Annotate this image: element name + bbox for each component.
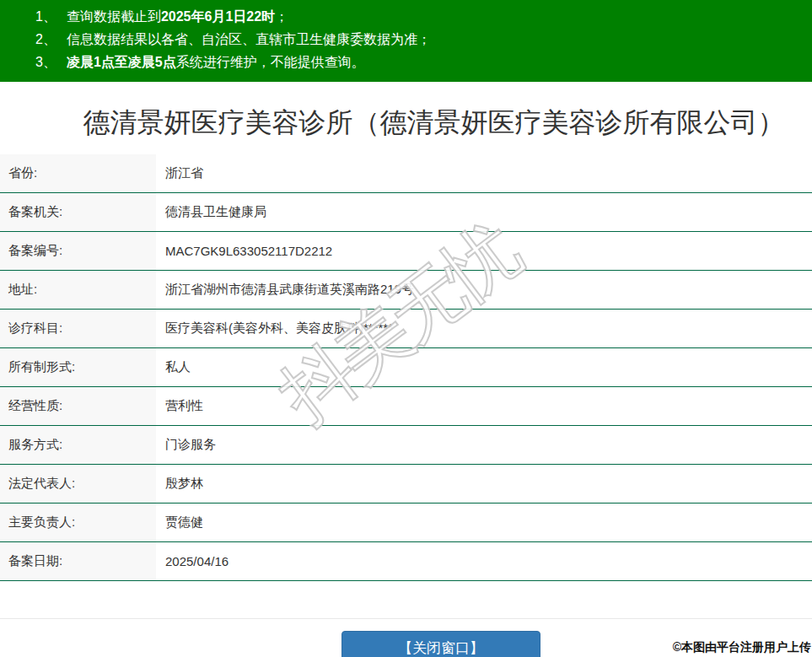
notice-text: 系统进行维护，不能提供查询。: [176, 55, 365, 69]
row-label: 主要负责人:: [0, 504, 156, 541]
row-value: 殷梦林: [156, 465, 812, 503]
notice-number: 3、: [35, 51, 56, 73]
notice-text: 信息数据结果以各省、自治区、直辖市卫生健康委数据为准；: [67, 32, 431, 46]
row-value: 医疗美容科(美容外科、美容皮肤科)******: [156, 310, 812, 347]
table-row-departments: 诊疗科目: 医疗美容科(美容外科、美容皮肤科)******: [0, 310, 812, 348]
divider: [0, 618, 812, 619]
table-row-filing-authority: 备案机关: 德清县卫生健康局: [0, 193, 812, 232]
table-row-ownership: 所有制形式: 私人: [0, 348, 812, 387]
row-value: MAC7GK9L633052117D2212: [156, 232, 812, 270]
row-label: 备案日期:: [0, 542, 156, 580]
row-value: 私人: [156, 348, 812, 386]
notice-banner: 1、查询数据截止到2025年6月1日22时； 2、信息数据结果以各省、自治区、直…: [0, 0, 812, 82]
notice-text-bold: 2025年6月1日22时: [161, 9, 275, 24]
info-table: 省份: 浙江省 备案机关: 德清县卫生健康局 备案编号: MAC7GK9L633…: [0, 154, 812, 581]
row-label: 所有制形式:: [0, 348, 156, 386]
notice-line-3: 3、凌晨1点至凌晨5点系统进行维护，不能提供查询。: [35, 51, 804, 73]
row-label: 服务方式:: [0, 426, 156, 464]
notice-number: 1、: [35, 5, 56, 28]
row-label: 诊疗科目:: [0, 310, 156, 347]
row-label: 备案编号:: [0, 232, 156, 270]
table-row-province: 省份: 浙江省: [0, 154, 812, 193]
table-row-legal-representative: 法定代表人: 殷梦林: [0, 465, 812, 504]
table-row-filing-date: 备案日期: 2025/04/16: [0, 542, 812, 581]
page-title: 德清景妍医疗美容诊所（德清景妍医疗美容诊所有限公司）: [0, 107, 812, 137]
table-row-business-nature: 经营性质: 营利性: [0, 387, 812, 426]
row-value: 2025/04/16: [156, 542, 812, 580]
row-label: 地址:: [0, 271, 156, 309]
table-row-person-in-charge: 主要负责人: 贾德健: [0, 504, 812, 542]
notice-line-2: 2、信息数据结果以各省、自治区、直辖市卫生健康委数据为准；: [35, 28, 804, 51]
notice-text: ；: [275, 9, 288, 24]
row-label: 经营性质:: [0, 387, 156, 425]
row-value: 营利性: [156, 387, 812, 425]
row-label: 省份:: [0, 154, 156, 192]
footer-watermark: ©本图由平台注册用户上传: [673, 640, 811, 655]
close-window-button[interactable]: 【关闭窗口】: [341, 631, 540, 657]
notice-text-bold: 凌晨1点至凌晨5点: [67, 55, 176, 69]
notice-text: 查询数据截止到: [67, 9, 161, 24]
row-label: 备案机关:: [0, 193, 156, 231]
table-row-address: 地址: 浙江省湖州市德清县武康街道英溪南路219号: [0, 271, 812, 310]
notice-number: 2、: [35, 28, 56, 51]
table-row-service-mode: 服务方式: 门诊服务: [0, 426, 812, 465]
notice-line-1: 1、查询数据截止到2025年6月1日22时；: [35, 5, 804, 28]
row-value: 德清县卫生健康局: [156, 193, 812, 231]
row-value: 贾德健: [156, 504, 812, 541]
row-label: 法定代表人:: [0, 465, 156, 503]
row-value: 浙江省: [156, 154, 812, 192]
row-value: 门诊服务: [156, 426, 812, 464]
row-value: 浙江省湖州市德清县武康街道英溪南路219号: [156, 271, 812, 309]
table-row-filing-number: 备案编号: MAC7GK9L633052117D2212: [0, 232, 812, 271]
